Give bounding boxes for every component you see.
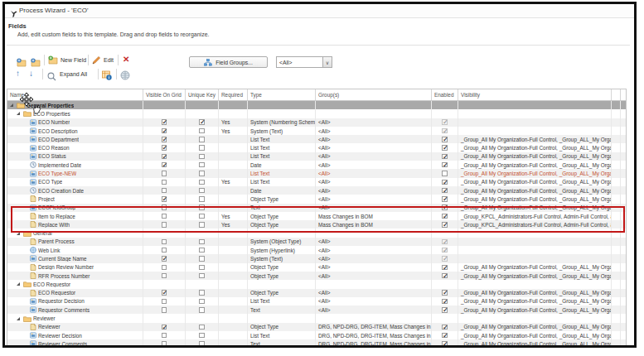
checkbox[interactable]: ✓ <box>442 180 448 185</box>
checkbox[interactable] <box>199 273 205 279</box>
field-row[interactable]: Web LinkSystem (Hyperlink)<All>✓ <box>7 246 626 254</box>
checkbox[interactable] <box>199 137 205 142</box>
checkbox[interactable]: ✓ <box>442 307 448 313</box>
field-row[interactable]: ECO Department✓List Text<All>✓_Group_All… <box>7 135 626 143</box>
move-up-button[interactable]: ↑ <box>16 68 20 79</box>
globe-icon[interactable] <box>120 69 130 84</box>
column-header[interactable]: Visible On Grid <box>143 89 186 100</box>
field-row[interactable]: ECO TypeYesList Text<All>✓_Group_All My … <box>7 178 626 186</box>
checkbox[interactable]: ✓ <box>442 154 448 160</box>
checkbox[interactable] <box>162 239 167 245</box>
new-field-button[interactable]: New Field <box>48 54 86 65</box>
field-row[interactable]: Replace WithYesObject TypeMass Changes i… <box>7 220 626 229</box>
checkbox[interactable] <box>199 145 205 151</box>
dropdown-arrow-icon[interactable]: ∨ <box>322 57 332 67</box>
checkbox[interactable]: ✓ <box>442 256 448 262</box>
delete-button[interactable]: ✕ <box>123 54 129 65</box>
field-row[interactable]: ECO Creation DateDate<All>✓_Group_All My… <box>7 186 626 195</box>
field-row[interactable]: Item to ReplaceYesObject TypeMass Change… <box>7 212 626 220</box>
checkbox[interactable]: ✓ <box>442 265 448 271</box>
checkbox[interactable]: ✓ <box>442 196 448 202</box>
checkbox[interactable]: ✓ <box>442 214 448 219</box>
column-header[interactable]: Group(s) <box>316 89 432 100</box>
checkbox[interactable] <box>162 188 167 194</box>
checkbox[interactable] <box>442 171 448 176</box>
checkbox[interactable]: ✓ <box>442 341 448 347</box>
field-row[interactable]: ECOFieldGroupText<All>✓_Group_All My Org… <box>7 204 626 212</box>
column-header[interactable]: Required <box>219 89 248 100</box>
field-groups-button[interactable]: Field Groups... <box>189 56 268 68</box>
checkbox[interactable]: ✓ <box>442 162 448 168</box>
field-row[interactable]: Reviewer✓Object TypeDRG, NPD-DRG, DRG-IT… <box>7 323 626 331</box>
group-row[interactable]: General Properties <box>7 101 626 109</box>
tree-expander-icon[interactable] <box>10 103 13 107</box>
field-row[interactable]: ECO Number✓✓YesSystem (Numbering Scheme)… <box>7 118 626 127</box>
column-header[interactable]: Enabled <box>432 89 458 100</box>
checkbox[interactable]: ✓ <box>162 119 167 125</box>
column-header[interactable]: Unique Key <box>186 89 219 100</box>
checkbox[interactable]: ✓ <box>442 248 448 253</box>
checkbox[interactable] <box>199 188 205 194</box>
checkbox[interactable]: ✓ <box>162 325 167 330</box>
field-row[interactable]: Project✓Object Type<All>✓_Group_All My O… <box>7 195 626 203</box>
field-row[interactable]: ECO Type-NEWList Text<All>_Group_All My … <box>7 169 626 177</box>
checkbox[interactable] <box>199 196 205 202</box>
checkbox[interactable]: ✓ <box>199 119 205 125</box>
checkbox[interactable] <box>199 333 205 339</box>
group-row[interactable]: General <box>7 229 626 237</box>
checkbox[interactable]: ✓ <box>442 128 448 134</box>
checkbox[interactable] <box>199 239 205 245</box>
field-row[interactable]: ECO Description✓YesSystem (Text)<All>✓ <box>7 127 626 135</box>
checkbox[interactable]: ✓ <box>162 145 167 151</box>
checkbox[interactable] <box>199 341 205 347</box>
group-row[interactable]: ECO Requestor <box>7 280 626 288</box>
field-row[interactable]: Requestor DecisionList Text<All>✓_Group_… <box>7 297 626 305</box>
checkbox[interactable]: ✓ <box>162 290 167 296</box>
checkbox[interactable] <box>162 307 167 313</box>
search-icon[interactable] <box>47 70 56 84</box>
column-header-blank[interactable] <box>612 89 621 100</box>
checkbox[interactable] <box>199 307 205 313</box>
expand-all-button[interactable]: Expand All <box>60 68 87 79</box>
checkbox[interactable] <box>199 128 205 134</box>
checkbox[interactable] <box>162 180 167 185</box>
checkbox[interactable] <box>162 222 167 228</box>
checkbox[interactable]: ✓ <box>162 154 167 160</box>
checkbox[interactable] <box>199 222 205 228</box>
field-row[interactable]: Design Review NumberObject Type<All>✓_Gr… <box>7 263 626 272</box>
checkbox[interactable]: ✓ <box>442 273 448 279</box>
field-row[interactable]: Implemented Date✓Date<All>✓_Group_All My… <box>7 161 626 169</box>
checkbox[interactable] <box>199 171 205 176</box>
checkbox[interactable] <box>199 256 205 262</box>
checkbox[interactable] <box>162 341 167 347</box>
checkbox[interactable]: ✓ <box>162 162 167 168</box>
field-row[interactable]: Reviewer CommentsTextDRG, NPD-DRG, DRG-I… <box>7 339 626 347</box>
field-row[interactable]: RFR Process NumberObject Type<All>✓_Grou… <box>7 272 626 280</box>
checkbox[interactable]: ✓ <box>442 137 448 142</box>
field-row[interactable]: ECO Reason✓List Text<All>✓_Group_All My … <box>7 143 626 152</box>
checkbox[interactable] <box>199 154 205 160</box>
checkbox[interactable] <box>162 171 167 176</box>
checkbox[interactable] <box>199 214 205 219</box>
checkbox[interactable] <box>162 248 167 253</box>
checkbox[interactable]: ✓ <box>442 299 448 305</box>
checkbox[interactable] <box>199 204 205 210</box>
checkbox[interactable] <box>162 204 167 210</box>
checkbox[interactable]: ✓ <box>442 290 448 296</box>
group-row[interactable]: Reviewer <box>7 314 626 322</box>
checkbox[interactable] <box>162 273 167 279</box>
tree-expander-icon[interactable] <box>17 317 20 320</box>
checkbox[interactable] <box>199 180 205 185</box>
checkbox[interactable] <box>162 299 167 305</box>
edit-button[interactable]: Edit <box>92 54 114 65</box>
field-group-filter-select[interactable]: <All> ∨ <box>276 56 332 68</box>
grid-info-icon[interactable] <box>102 69 112 84</box>
column-header[interactable]: Type <box>248 89 316 100</box>
checkbox[interactable]: ✓ <box>442 333 448 339</box>
checkbox[interactable]: ✓ <box>162 196 167 202</box>
checkbox[interactable]: ✓ <box>442 119 448 125</box>
tree-expander-icon[interactable] <box>17 282 20 286</box>
checkbox[interactable] <box>199 265 205 271</box>
move-down-button[interactable]: ↓ <box>29 68 33 79</box>
field-row[interactable]: Reviewer DecisionList TextDRG, NPD-DRG, … <box>7 331 626 339</box>
